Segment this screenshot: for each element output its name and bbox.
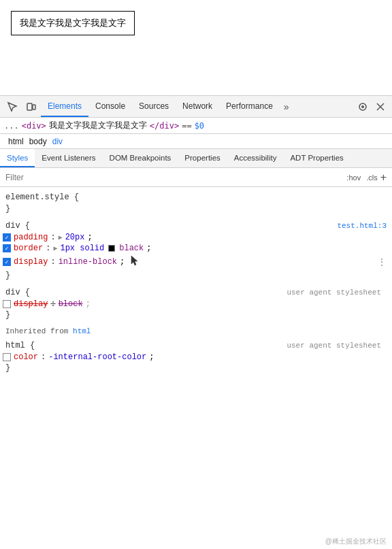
ua-comment-div: user agent stylesheet	[287, 288, 387, 297]
closing-brace-div: }	[0, 270, 392, 281]
style-rule-border: border : ▶ 1px solid black ;	[0, 243, 392, 254]
inherited-label: Inherited from html	[0, 325, 392, 338]
tab-event-listeners[interactable]: Event Listeners	[35, 149, 102, 167]
svg-rect-0	[27, 103, 32, 110]
dots-menu-div[interactable]: ⋮	[377, 256, 387, 268]
prop-value-padding: 20px	[65, 233, 85, 242]
style-block-header-div-ua: div { user agent stylesheet	[0, 286, 392, 299]
style-rule-padding: padding : ▶ 20px ;	[0, 232, 392, 243]
checkbox-display-ua[interactable]	[3, 300, 11, 308]
tab-sources[interactable]: Sources	[132, 96, 176, 117]
selected-element-bar: ... <div> 我是文字我是文字我是文字 </div> == $0	[0, 118, 392, 134]
prop-name-display: display	[14, 257, 48, 267]
style-block-div-ua: div { user agent stylesheet display : bl…	[0, 285, 392, 322]
style-source-link[interactable]: test.html:3	[337, 222, 387, 230]
tab-properties[interactable]: Properties	[178, 149, 227, 167]
style-block-html-ua: html { user agent stylesheet color : -in…	[0, 338, 392, 375]
closing-brace-element: }	[0, 203, 392, 214]
prop-arrow-padding[interactable]: ▶	[59, 233, 63, 242]
preview-text: 我是文字我是文字我是文字	[20, 18, 126, 28]
prop-name-display-ua: display	[14, 299, 48, 309]
style-block-header-element: element.style {	[0, 191, 392, 203]
selector-div-ua: div {	[5, 288, 30, 297]
style-block-header-html-ua: html { user agent stylesheet	[0, 339, 392, 352]
inspect-icon[interactable]	[3, 97, 22, 116]
element-dollar: $0	[195, 121, 204, 131]
tab-network[interactable]: Network	[176, 96, 219, 117]
element-close-tag: </div>	[150, 121, 179, 131]
style-block-div: div { test.html:3 padding : ▶ 20px ; bor…	[0, 218, 392, 282]
breadcrumb-body[interactable]: body	[27, 137, 50, 146]
filter-bar: :hov .cls +	[0, 168, 392, 187]
prop-arrow-border[interactable]: ▶	[53, 244, 57, 252]
checkbox-color[interactable]	[3, 353, 11, 361]
element-text: 我是文字我是文字我是文字	[49, 120, 147, 131]
inherited-tag: html	[73, 327, 91, 335]
element-ellipsis: ...	[4, 121, 19, 131]
ua-comment-html: user agent stylesheet	[287, 342, 387, 350]
settings-icon[interactable]	[354, 98, 372, 116]
cursor-icon	[130, 254, 140, 267]
prop-name-color: color	[14, 352, 38, 362]
prop-value-display: inline-block	[59, 257, 117, 267]
prop-value-border-color: black	[119, 244, 144, 253]
prop-value-color: -internal-root-color	[48, 352, 146, 362]
breadcrumb: html body div	[0, 134, 392, 149]
prop-value-border: 1px solid	[60, 244, 104, 253]
tab-console[interactable]: Console	[88, 96, 132, 117]
styles-content[interactable]: element.style { } div { test.html:3 padd…	[0, 187, 392, 549]
element-eq: ==	[182, 121, 191, 131]
style-rule-display-ua: display : block ;	[0, 299, 392, 310]
closing-brace-html-ua: }	[0, 363, 392, 373]
selector-element-style: element.style {	[5, 193, 79, 202]
breadcrumb-html[interactable]: html	[5, 137, 27, 146]
checkbox-border[interactable]	[3, 244, 11, 252]
close-devtools-icon[interactable]	[372, 98, 389, 116]
styles-tabs: Styles Event Listeners DOM Breakpoints P…	[0, 149, 392, 168]
prop-value-display-ua: block	[59, 299, 83, 309]
filter-hov[interactable]: :hov	[344, 172, 363, 183]
selector-div: div {	[5, 221, 30, 231]
color-swatch-black[interactable]	[108, 245, 115, 252]
prop-name-padding: padding	[14, 233, 48, 242]
device-icon[interactable]	[22, 97, 41, 116]
devtools-panel: Elements Console Sources Network Perform…	[0, 95, 392, 549]
preview-area: 我是文字我是文字我是文字	[0, 0, 392, 95]
style-rule-color: color : -internal-root-color ;	[0, 352, 392, 363]
more-tabs-button[interactable]: »	[280, 101, 293, 112]
closing-brace-div-ua: }	[0, 310, 392, 320]
element-open-tag: <div>	[22, 121, 46, 131]
style-block-element: element.style { }	[0, 190, 392, 216]
tab-elements[interactable]: Elements	[41, 96, 88, 117]
prop-name-border: border	[14, 244, 43, 253]
tab-performance[interactable]: Performance	[219, 96, 280, 117]
style-rule-display: display : inline-block ; ⋮	[0, 254, 392, 270]
svg-rect-1	[33, 105, 35, 110]
checkbox-display[interactable]	[3, 258, 11, 266]
tab-dom-breakpoints[interactable]: DOM Breakpoints	[103, 149, 178, 167]
filter-input[interactable]	[5, 173, 341, 182]
tab-adt-properties[interactable]: ADT Properties	[283, 149, 350, 167]
filter-plus[interactable]: +	[380, 172, 387, 183]
main-tabs: Elements Console Sources Network Perform…	[41, 96, 354, 117]
watermark: @稀土掘金技术社区	[325, 537, 387, 546]
preview-box: 我是文字我是文字我是文字	[11, 11, 135, 35]
tab-accessibility[interactable]: Accessibility	[227, 149, 284, 167]
breadcrumb-div[interactable]: div	[50, 137, 65, 146]
filter-cls[interactable]: .cls	[366, 173, 378, 182]
checkbox-padding[interactable]	[3, 233, 11, 242]
svg-point-3	[361, 105, 364, 108]
selector-html-ua: html {	[5, 341, 35, 350]
devtools-toolbar: Elements Console Sources Network Perform…	[0, 96, 392, 118]
tab-styles[interactable]: Styles	[0, 149, 35, 167]
style-block-header-div: div { test.html:3	[0, 220, 392, 232]
